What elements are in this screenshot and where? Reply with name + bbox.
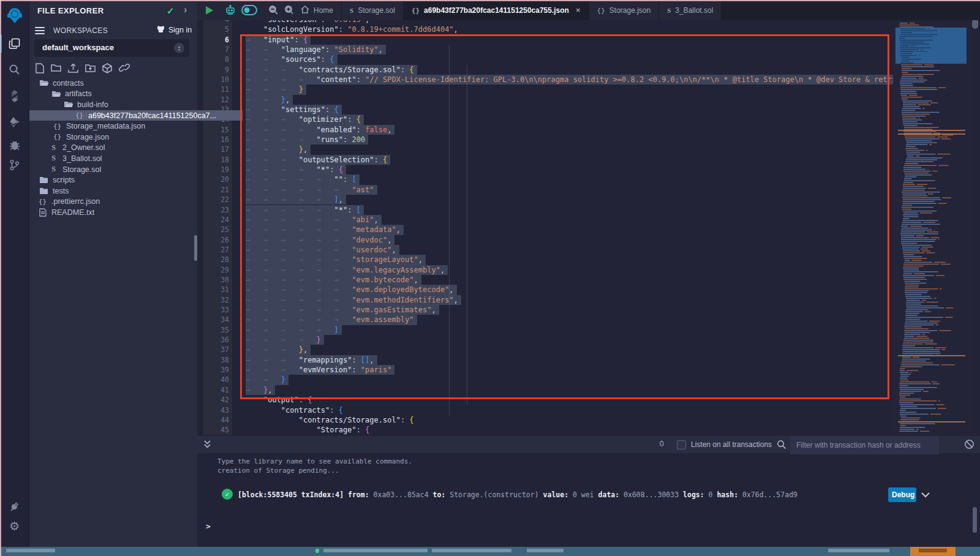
code-line-32[interactable]: 32→ → → → → → "evm.methodIdentifiers", — [197, 295, 893, 305]
terminal-scrollbar-thumb[interactable] — [973, 507, 977, 533]
tab-storage-sol[interactable]: SStorage.sol — [342, 0, 404, 20]
code-line-39[interactable]: 39→ → → "evmVersion": "paris" — [197, 365, 893, 375]
code-line-17[interactable]: 17→ → → }, — [197, 145, 893, 154]
panel-expand-chevron-icon[interactable]: › — [184, 4, 187, 15]
tree-item-tests[interactable]: tests — [29, 186, 207, 197]
code-line-15[interactable]: 15→ → → → "enabled": false, — [197, 125, 893, 135]
transaction-log-line[interactable]: [block:5583405 txIndex:4] from: 0xa03...… — [238, 490, 797, 499]
code-line-26[interactable]: 26→ → → → → → "devdoc", — [197, 235, 893, 245]
publish-gist-icon[interactable] — [119, 63, 130, 75]
listen-transactions-checkbox[interactable] — [677, 440, 686, 449]
solidity-compiler-icon[interactable] — [0, 86, 29, 107]
code-line-8[interactable]: 8→ → "sources": { — [197, 54, 893, 64]
search-icon[interactable] — [0, 59, 29, 80]
code-line-22[interactable]: 22→ → → → → ], — [197, 195, 893, 205]
tree-item-storage-metadata-json[interactable]: {}Storage_metadata.json — [29, 121, 221, 132]
terminal-search-icon[interactable] — [777, 440, 786, 452]
tab-home[interactable]: Home — [293, 0, 342, 20]
new-file-icon[interactable] — [36, 63, 44, 75]
code-line-40[interactable]: 40→ → } — [197, 375, 893, 385]
code-line-4[interactable]: 4→ "solcVersion": "0.8.19", — [197, 20, 893, 24]
tree-item-2-owner-sol[interactable]: S2_Owner.sol — [29, 143, 217, 154]
code-line-43[interactable]: 43→ → "contracts": { — [197, 405, 893, 415]
code-line-27[interactable]: 27→ → → → → → "userdoc", — [197, 245, 893, 255]
upload-folder-icon[interactable] — [85, 63, 96, 75]
tab-3-ballot-sol[interactable]: S3_Ballot.sol — [659, 0, 722, 20]
code-line-18[interactable]: 18→ → → "outputSelection": { — [197, 155, 893, 165]
code-line-38[interactable]: 38→ → → "remappings": [], — [197, 355, 893, 365]
code-line-45[interactable]: 45→ → → → "Storage": { — [197, 425, 893, 435]
transaction-filter-input[interactable] — [790, 436, 939, 454]
code-line-44[interactable]: 44→ → → "contracts/Storage.sol": { — [197, 415, 893, 425]
plugin-manager-icon[interactable] — [0, 496, 29, 517]
code-editor[interactable]: 4→ "solcVersion": "0.8.19",5→ "solcLongV… — [197, 20, 893, 435]
code-line-29[interactable]: 29→ → → → → → "evm.legacyAssembly", — [197, 265, 893, 275]
code-line-42[interactable]: 42→ "output": { — [197, 395, 893, 405]
workspace-selector[interactable]: default_workspace ▲▼ — [34, 39, 189, 57]
terminal-collapse-icon[interactable] — [203, 440, 211, 451]
tree-item-scripts[interactable]: scripts — [29, 175, 207, 186]
code-line-23[interactable]: 23→ → → → → "*": [ — [197, 205, 893, 215]
editor-minimap[interactable] — [893, 20, 970, 435]
publish-ipfs-icon[interactable] — [102, 63, 112, 75]
code-line-33[interactable]: 33→ → → → → → "evm.gasEstimates", — [197, 305, 893, 315]
code-line-37[interactable]: 37→ → → }, — [197, 345, 893, 355]
code-line-24[interactable]: 24→ → → → → → "abi", — [197, 215, 893, 225]
git-icon[interactable] — [0, 154, 29, 175]
deploy-and-run-icon[interactable] — [0, 111, 29, 132]
code-line-20[interactable]: 20→ → → → → "": [ — [197, 175, 893, 184]
code-line-31[interactable]: 31→ → → → → → "evm.deployedBytecode", — [197, 285, 893, 295]
terminal-prompt[interactable]: > — [206, 522, 211, 531]
new-folder-icon[interactable] — [51, 63, 61, 75]
code-line-21[interactable]: 21→ → → → → → "ast" — [197, 185, 893, 195]
tree-item-storage-json[interactable]: {}Storage.json — [29, 132, 221, 143]
editor-scrollbar-thumb[interactable] — [972, 19, 978, 29]
tree-item-storage-sol[interactable]: SStorage.sol — [29, 164, 217, 175]
github-sign-in-button[interactable]: Sign in — [156, 25, 192, 35]
code-line-35[interactable]: 35→ → → → → ] — [197, 325, 893, 335]
tree-item-contracts[interactable]: contracts — [29, 78, 207, 89]
code-line-36[interactable]: 36→ → → → } — [197, 335, 893, 345]
debugger-icon[interactable] — [0, 135, 29, 156]
remix-logo-icon[interactable] — [0, 5, 29, 26]
code-line-7[interactable]: 7→ → "language": "Solidity", — [197, 45, 893, 54]
code-line-34[interactable]: 34→ → → → → → "evm.assembly" — [197, 315, 893, 325]
workspaces-menu-icon[interactable] — [35, 27, 45, 34]
tree-item-artifacts[interactable]: artifacts — [29, 89, 219, 100]
run-script-play-icon[interactable] — [205, 6, 214, 15]
tab-close-icon[interactable]: × — [576, 6, 581, 15]
code-line-19[interactable]: 19→ → → → "*": { — [197, 165, 893, 175]
ai-assistant-robot-icon[interactable] — [225, 5, 236, 16]
settings-gear-icon[interactable]: ⚙ — [0, 516, 29, 536]
status-alert-segment[interactable] — [910, 547, 956, 556]
ai-copilot-toggle-icon[interactable] — [241, 5, 257, 15]
clear-console-ban-icon[interactable] — [964, 439, 974, 452]
tree-item--prettierrc-json[interactable]: {}.prettierrc.json — [29, 197, 206, 208]
tx-expand-chevron-icon[interactable] — [921, 489, 930, 500]
code-line-16[interactable]: 16→ → → → "runs": 200 — [197, 135, 893, 145]
file-explorer-icon[interactable] — [0, 33, 29, 54]
code-line-25[interactable]: 25→ → → → → → "metadata", — [197, 225, 893, 235]
code-line-14[interactable]: 14→ → → "optimizer": { — [197, 115, 893, 124]
listen-transactions-label[interactable]: Listen on all transactions — [691, 440, 772, 449]
code-line-28[interactable]: 28→ → → → → → "storageLayout", — [197, 255, 893, 265]
code-line-9[interactable]: 9→ → → "contracts/Storage.sol": { — [197, 65, 893, 75]
code-line-12[interactable]: 12→ → }, — [197, 95, 893, 105]
code-line-6[interactable]: 6→ "input": { — [197, 35, 893, 45]
upload-file-icon[interactable] — [68, 63, 78, 75]
code-line-11[interactable]: 11→ → → } — [197, 85, 893, 94]
code-line-30[interactable]: 30→ → → → → → "evm.bytecode", — [197, 275, 893, 285]
tab-a69b43f277ba20fcac141151250ca755-json[interactable]: {}a69b43f277ba20fcac141151250ca755.json× — [404, 0, 589, 20]
tree-item-readme-txt[interactable]: README.txt — [29, 207, 206, 218]
code-line-10[interactable]: 10→ → → → "content": "// SPDX-License-Id… — [197, 75, 893, 85]
tree-item-a69b43f277ba20fcac141151250ca7-[interactable]: {}a69b43f277ba20fcac141151250ca7... — [29, 110, 243, 121]
tree-item-build-info[interactable]: build-info — [29, 99, 232, 110]
code-line-13[interactable]: 13→ → "settings": { — [197, 105, 893, 115]
editor-scrollbar[interactable] — [970, 20, 980, 435]
tab-storage-json[interactable]: {}Storage.json — [589, 0, 660, 20]
sidebar-scrollbar-thumb[interactable] — [194, 235, 197, 261]
workspace-dropdown-arrows-icon[interactable]: ▲▼ — [174, 43, 184, 53]
debug-button[interactable]: Debug — [888, 487, 916, 502]
code-line-5[interactable]: 5→ "solcLongVersion": "0.8.19+commit.7dd… — [197, 24, 893, 34]
code-line-41[interactable]: 41→ }, — [197, 385, 893, 395]
